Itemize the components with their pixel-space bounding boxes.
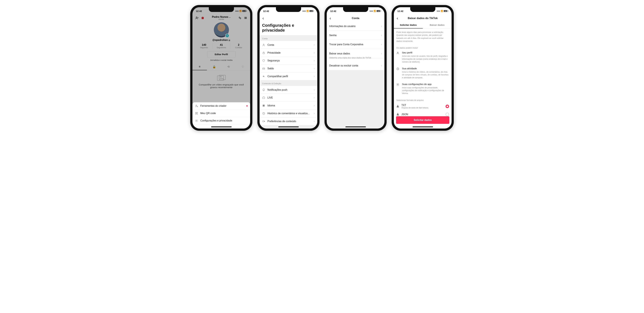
account-row-1[interactable]: Senha › <box>327 31 384 40</box>
account-row-0[interactable]: Informações do usuário › <box>327 22 384 31</box>
lock-icon <box>262 51 265 54</box>
settings-row-0-0[interactable]: Conta › <box>260 41 317 49</box>
sheet-item-1[interactable]: Meu QR code <box>192 110 250 117</box>
svg-rect-22 <box>262 121 264 122</box>
svg-point-14 <box>196 120 197 121</box>
shield-icon <box>262 59 265 62</box>
svg-point-23 <box>397 52 398 53</box>
format-header: Selecionar formato de arquivo <box>394 97 452 102</box>
radio-0[interactable] <box>446 105 449 108</box>
person-star-icon <box>195 104 198 107</box>
svg-point-25 <box>398 84 398 85</box>
section-header-1: Conteúdo & Exibição <box>260 80 317 86</box>
svg-rect-18 <box>262 97 265 99</box>
chevron-right-icon: › <box>314 59 315 62</box>
device-notch <box>343 7 368 12</box>
settings-row-1-4[interactable]: Preferências de conteúdo › <box>260 117 317 125</box>
chevron-right-icon: › <box>381 64 382 67</box>
bottom-sheet: Ferramentas do criador Meu QR code Confi… <box>192 102 250 129</box>
clock-icon <box>262 112 265 115</box>
back-button[interactable]: ‹ <box>328 15 332 21</box>
status-right: ●●●📶 89 <box>436 10 448 12</box>
svg-rect-16 <box>263 53 264 54</box>
settings-row-1-2[interactable]: A Idioma › <box>260 102 317 109</box>
account-row-4[interactable]: Desativar ou excluir conta › <box>327 61 384 70</box>
chevron-right-icon: › <box>381 24 382 28</box>
svg-rect-10 <box>197 112 198 113</box>
chevron-right-icon: › <box>314 96 315 99</box>
request-data-button[interactable]: Solicitar dados <box>396 116 449 124</box>
phone-download-data: 12:42 ●●●📶 89 ‹ Baixar dados do TikTok S… <box>392 5 454 131</box>
settings-row-0-1[interactable]: Privacidade › <box>260 49 317 57</box>
status-right: ●●●📶 89 <box>302 10 314 12</box>
download-icon <box>396 113 399 116</box>
svg-rect-27 <box>397 115 399 115</box>
includes-header: Os dados podem incluir <box>394 45 452 50</box>
settings-row-1-0[interactable]: Notificações push › <box>260 86 317 94</box>
phone-profile: 12:42 ●●●📶 89 <box>190 5 252 131</box>
live-icon <box>262 96 265 99</box>
svg-rect-26 <box>397 107 399 107</box>
download-icon <box>396 105 399 108</box>
chevron-right-icon: › <box>314 104 315 107</box>
svg-rect-9 <box>196 112 196 113</box>
gear-icon <box>396 83 400 87</box>
svg-rect-12 <box>197 114 197 114</box>
person-icon <box>396 51 400 55</box>
svg-point-15 <box>263 44 264 45</box>
chevron-right-icon: › <box>314 120 315 123</box>
notification-dot <box>246 105 248 106</box>
home-indicator[interactable] <box>278 126 299 127</box>
gear-icon <box>195 119 198 122</box>
settings-row-0-4[interactable]: Compartilhar perfil › <box>260 72 317 80</box>
svg-rect-11 <box>196 114 196 114</box>
settings-row-1-1[interactable]: LIVE › <box>260 94 317 102</box>
chevron-right-icon: › <box>314 51 315 54</box>
page-title: Configurações e privacidade <box>260 22 317 35</box>
tab-1[interactable]: Baixar dados <box>423 22 452 28</box>
home-indicator[interactable] <box>346 126 366 127</box>
chevron-right-icon: › <box>381 43 382 46</box>
chevron-right-icon: › <box>314 88 315 91</box>
info-text: Pode levar alguns dias para processar a … <box>394 28 452 45</box>
settings-row-1-3[interactable]: Histórico de comentários e visualiza... … <box>260 109 317 117</box>
settings-row-0-2[interactable]: Segurança › <box>260 57 317 65</box>
qr-icon <box>195 112 198 115</box>
account-row-3-sub: Obtenha uma cópia dos seus dados do TikT… <box>327 56 384 61</box>
chevron-right-icon: › <box>314 43 315 46</box>
back-button[interactable]: ‹ <box>262 15 265 21</box>
wallet-icon <box>262 67 265 70</box>
device-notch <box>410 7 435 12</box>
home-indicator[interactable] <box>211 126 232 127</box>
include-item-0: Seu perfil Inclui seu nome de usuário, f… <box>394 50 452 65</box>
chevron-right-icon: › <box>381 52 382 55</box>
sheet-item-0[interactable]: Ferramentas do criador <box>192 102 250 110</box>
section-header-0: Conta <box>260 35 317 41</box>
video-icon <box>262 120 265 123</box>
settings-row-0-3[interactable]: Saldo › <box>260 65 317 72</box>
sheet-item-2[interactable]: Configurações e privacidade <box>192 117 250 124</box>
phone-settings: 12:42 ●●●📶 89 ‹ Configurações e privacid… <box>258 5 320 131</box>
status-time: 12:42 <box>397 10 403 12</box>
status-right: ●●●📶 89 <box>370 10 381 12</box>
bell-icon <box>262 88 265 91</box>
tab-0[interactable]: Solicitar dados <box>394 22 423 28</box>
chevron-right-icon: › <box>314 112 315 115</box>
chevron-right-icon: › <box>381 34 382 37</box>
svg-text:A: A <box>263 105 264 106</box>
include-item-1: Sua atividade Inclui o histórico de víde… <box>394 65 452 81</box>
format-option-0[interactable]: TXT Arquivo de texto de fácil leitura <box>394 102 452 111</box>
status-time: 12:42 <box>263 10 269 12</box>
device-notch <box>209 7 234 12</box>
home-indicator[interactable] <box>412 126 433 127</box>
account-row-2[interactable]: Trocar para Conta Corporativa › <box>327 40 384 49</box>
svg-point-8 <box>196 105 197 106</box>
chevron-right-icon: › <box>314 67 315 70</box>
svg-rect-13 <box>197 114 198 114</box>
page-title: Conta <box>327 17 384 20</box>
radio-1[interactable] <box>446 113 449 116</box>
back-button[interactable]: ‹ <box>396 15 399 21</box>
svg-rect-17 <box>262 68 265 69</box>
person-icon <box>262 43 265 46</box>
page-title: Baixar dados do TikTok <box>394 17 452 20</box>
